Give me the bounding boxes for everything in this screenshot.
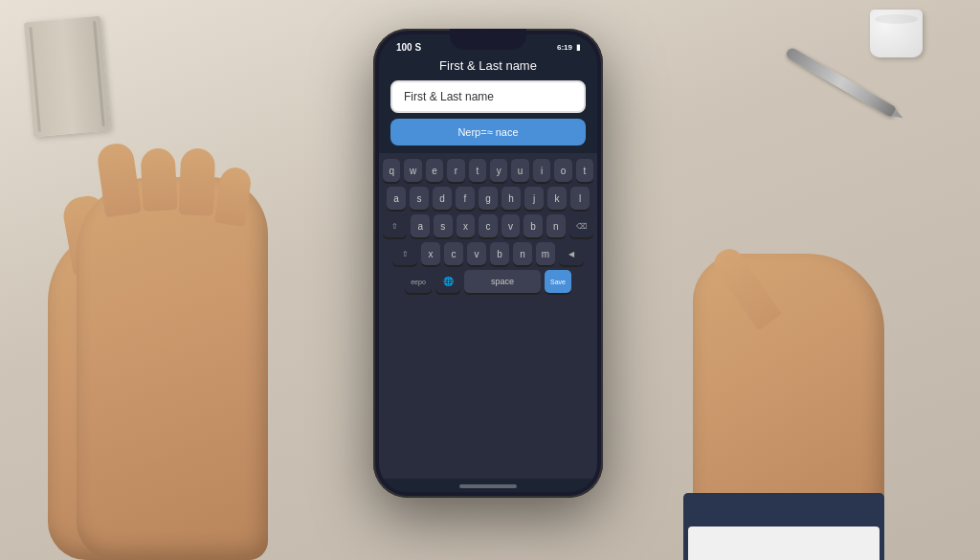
key-u[interactable]: u bbox=[511, 159, 528, 182]
key-d[interactable]: d bbox=[433, 187, 452, 210]
key-emoji[interactable]: 🌐 bbox=[435, 270, 460, 293]
key-b2[interactable]: b bbox=[490, 242, 509, 265]
key-x2[interactable]: x bbox=[421, 242, 440, 265]
phone: 100 S 6:19 ▮ First & Last name First & L… bbox=[373, 29, 603, 498]
key-r[interactable]: r bbox=[447, 159, 464, 182]
key-w[interactable]: w bbox=[404, 159, 421, 182]
key-backspace2[interactable]: ◀ bbox=[559, 242, 584, 265]
key-v2[interactable]: v bbox=[467, 242, 486, 265]
key-t2[interactable]: t bbox=[576, 159, 593, 182]
key-a[interactable]: a bbox=[387, 187, 406, 210]
key-b[interactable]: b bbox=[523, 214, 543, 237]
left-finger-3 bbox=[179, 147, 215, 215]
keyboard-row-1: q w e r t y u i o t bbox=[383, 159, 593, 182]
key-c2[interactable]: c bbox=[444, 242, 463, 265]
keyboard-row-4: ⇧ x c v b n m ◀ bbox=[383, 242, 593, 265]
key-a2[interactable]: a bbox=[411, 214, 430, 237]
left-hand-area bbox=[77, 158, 287, 560]
key-k[interactable]: k bbox=[547, 187, 567, 210]
key-h[interactable]: h bbox=[501, 187, 521, 210]
key-s[interactable]: s bbox=[410, 187, 429, 210]
phone-screen: 100 S 6:19 ▮ First & Last name First & L… bbox=[379, 34, 597, 492]
home-indicator bbox=[459, 484, 517, 488]
key-c[interactable]: c bbox=[479, 214, 498, 237]
status-signal: 100 S bbox=[396, 42, 421, 53]
key-g[interactable]: g bbox=[479, 187, 498, 210]
shirt-cuff bbox=[688, 526, 880, 560]
bottom-bar bbox=[379, 479, 597, 492]
key-f[interactable]: f bbox=[456, 187, 475, 210]
key-shift[interactable]: ⇧ bbox=[383, 214, 407, 237]
left-finger-2 bbox=[140, 147, 177, 212]
battery-icon: ▮ bbox=[576, 43, 580, 52]
screen-title: First & Last name bbox=[379, 55, 597, 80]
keyboard-row-5: eepo 🌐 space Save bbox=[383, 270, 593, 293]
books-decoration bbox=[24, 16, 110, 138]
key-return[interactable]: Save bbox=[545, 270, 571, 293]
keyboard-row-2: a s d f g h j k l bbox=[383, 187, 593, 210]
key-space[interactable]: space bbox=[464, 270, 541, 293]
key-m[interactable]: m bbox=[536, 242, 555, 265]
keyboard: q w e r t y u i o t a s d f g h j k bbox=[379, 153, 597, 479]
key-n2[interactable]: n bbox=[513, 242, 532, 265]
cup-decoration bbox=[870, 10, 923, 57]
key-shift2[interactable]: ⇧ bbox=[392, 242, 417, 265]
key-o[interactable]: o bbox=[554, 159, 571, 182]
key-backspace[interactable]: ⌫ bbox=[569, 214, 593, 237]
key-e[interactable]: e bbox=[426, 159, 443, 182]
key-t[interactable]: t bbox=[469, 159, 486, 182]
key-n[interactable]: n bbox=[546, 214, 566, 237]
right-hand-area bbox=[674, 196, 884, 560]
name-suggestion-field[interactable]: Nerp=≈ nace bbox=[390, 119, 586, 146]
status-time: 6:19 bbox=[557, 43, 572, 52]
key-i[interactable]: i bbox=[533, 159, 550, 182]
name-input-field[interactable]: First & Last name bbox=[390, 80, 586, 113]
key-v[interactable]: v bbox=[501, 214, 521, 237]
key-y[interactable]: y bbox=[490, 159, 507, 182]
key-q[interactable]: q bbox=[383, 159, 400, 182]
key-j[interactable]: j bbox=[524, 187, 544, 210]
keyboard-row-3: ⇧ a s x c v b n ⌫ bbox=[383, 214, 593, 237]
key-l[interactable]: l bbox=[570, 187, 590, 210]
key-x[interactable]: x bbox=[457, 214, 476, 237]
left-hand-palm bbox=[77, 177, 268, 560]
key-s2[interactable]: s bbox=[434, 214, 453, 237]
key-123[interactable]: eepo bbox=[405, 270, 432, 293]
phone-notch bbox=[450, 29, 526, 50]
